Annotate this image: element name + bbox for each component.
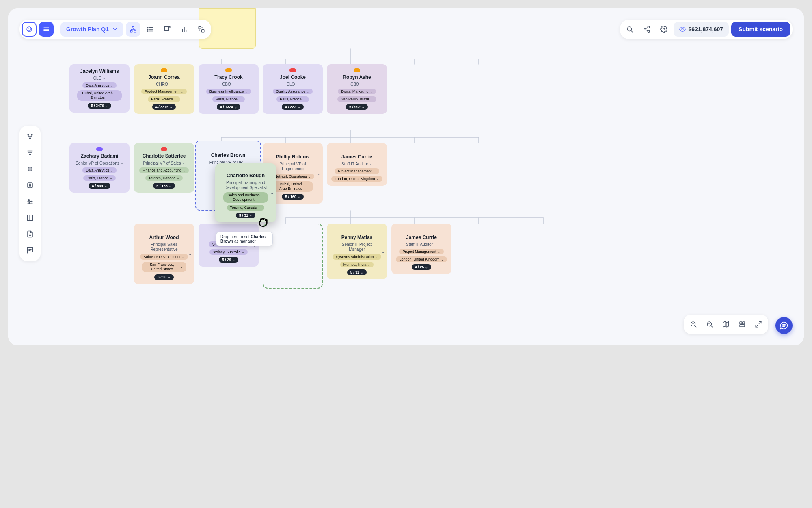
chevron-down-icon[interactable]: ⌄ [188,252,192,256]
dept-pill[interactable]: Digital Marketing⌄ [338,89,376,94]
count-pill[interactable]: 4 / 882⌄ [282,104,304,110]
card-name: Arthur Wood [149,234,179,240]
fit-button[interactable] [735,317,749,332]
location-pill[interactable]: Toronto, Canada⌄ [145,175,183,181]
org-chart-view-button[interactable] [126,22,140,37]
dept-pill[interactable]: Product Management⌄ [141,89,187,94]
submit-scenario-button[interactable]: Submit scenario [731,22,790,37]
dept-pill[interactable]: Network Operations⌄ [271,174,314,179]
org-card[interactable]: Joel Cooke CLO⌄ Quality Assurance⌄ Paris… [263,64,323,114]
org-card[interactable]: Zachary Badami Senior VP of Operations⌄ … [69,143,130,193]
count-pill[interactable]: 5 / 3479⌄ [88,103,112,109]
fullscreen-button[interactable] [751,317,766,332]
toolbar-divider [57,25,57,34]
cost-display: $621,874,607 [674,22,729,37]
logo-icon[interactable] [22,22,37,37]
chevron-down-icon[interactable]: ⌄ [317,171,320,176]
location-pill[interactable]: San Francisco, United States⌄ [142,262,186,272]
comment-tool-button[interactable] [23,243,37,258]
chevron-down-icon[interactable]: ⌄ [381,249,384,254]
org-card[interactable]: ⌄ Penny Matias Senior IT Project Manager… [327,224,387,279]
count-pill[interactable]: 5 / 29⌄ [219,257,239,263]
card-title: Principal VP of Engineering [272,162,313,172]
scenario-selector[interactable]: Growth Plan Q1 [60,22,123,37]
map-button[interactable] [719,317,733,332]
settings-button[interactable] [657,22,671,37]
dept-pill[interactable]: Project Management⌄ [335,168,379,174]
org-card[interactable]: Robyn Ashe CBO⌄ Digital Marketing⌄ Sao P… [327,64,387,114]
count-pill[interactable]: 6 / 38⌄ [154,274,174,280]
location-pill[interactable]: London, United Kingdom⌄ [331,176,382,182]
card-title: CBO⌄ [222,82,235,87]
count-pill[interactable]: 5 / 160⌄ [282,194,304,200]
location-pill[interactable]: Paris, France⌄ [212,96,245,102]
search-button[interactable] [622,22,637,37]
dept-pill[interactable]: Quality Assurance⌄ [273,89,313,94]
dragging-card[interactable]: ⌄ Charlotte Bough Principal Training and… [215,163,276,222]
org-card[interactable]: James Currie Staff IT Auditor⌄ Project M… [391,224,451,274]
org-card[interactable]: Charlotte Satterlee Principal VP of Sale… [134,143,194,193]
location-pill[interactable]: Paris, France⌄ [83,175,116,181]
dept-pill[interactable]: Data Analytics⌄ [82,167,116,173]
dept-pill[interactable]: Systems Administration⌄ [333,254,381,260]
zoom-in-button[interactable] [686,317,701,332]
count-pill[interactable]: 5 / 32⌄ [347,269,367,275]
location-pill[interactable]: Mumbai, India⌄ [340,262,374,267]
card-title: Senior IT Project Manager [337,242,377,252]
org-card[interactable]: Jacelyn Williams CLO⌄ Data Analytics⌄ Du… [69,64,130,113]
compare-view-button[interactable] [194,22,209,37]
count-pill[interactable]: 5 / 165⌄ [153,183,175,189]
layout-tool-button[interactable] [23,211,37,225]
svg-point-71 [31,201,32,202]
org-card[interactable]: Joann Correa CHRO⌄ Product Management⌄ P… [134,64,194,114]
dept-pill[interactable]: Sales and Business Development⌄ [223,192,268,203]
delete-badge-icon [289,68,296,72]
svg-point-49 [682,28,683,30]
count-pill[interactable]: 4 / 1324⌄ [217,104,241,110]
card-name: Joel Cooke [280,74,306,80]
sliders-tool-button[interactable] [23,194,37,209]
chat-fab-button[interactable] [775,317,793,334]
analytics-view-button[interactable] [177,22,192,37]
org-chart-canvas[interactable]: Jacelyn Williams CLO⌄ Data Analytics⌄ Du… [8,8,804,345]
svg-line-91 [759,321,761,323]
highlight-tool-button[interactable] [23,162,37,176]
count-pill[interactable]: 5 / 31⌄ [236,213,256,218]
org-card[interactable]: Tracy Crook CBO⌄ Business Intelligence⌄ … [199,64,259,114]
dept-pill[interactable]: Project Management⌄ [399,249,443,254]
card-name: Charles Brown [211,152,246,158]
export-tool-button[interactable] [23,227,37,241]
location-pill[interactable]: Sao Paulo, Brazil⌄ [337,96,376,102]
sparkle-view-button[interactable] [160,22,175,37]
org-card[interactable]: ⌄ Arthur Wood Principal Sales Representa… [134,224,194,284]
count-pill[interactable]: 4 / 25⌄ [412,264,432,270]
location-pill[interactable]: Dubai, United Arab Emirates⌄ [77,90,122,101]
card-name: Zachary Badami [81,153,119,159]
dept-pill[interactable]: Business Intelligence⌄ [206,89,251,94]
dept-pill[interactable]: Finance and Accounting⌄ [139,167,189,173]
location-pill[interactable]: Paris, France⌄ [148,96,180,102]
count-pill[interactable]: 4 / 3316⌄ [152,104,176,110]
chat-icon [780,321,788,330]
location-pill[interactable]: Dubai, United Arab Emirates⌄ [272,181,313,192]
count-pill[interactable]: 4 / 839⌄ [89,183,110,189]
share-button[interactable] [639,22,654,37]
profile-tool-button[interactable] [23,178,37,193]
location-pill[interactable]: Toronto, Canada⌄ [227,205,265,211]
svg-rect-89 [743,322,745,324]
dept-pill[interactable]: Software Development⌄ [140,254,188,260]
zoom-out-button[interactable] [702,317,717,332]
chevron-down-icon[interactable]: ⌄ [270,191,274,195]
location-pill[interactable]: Paris, France⌄ [276,96,309,102]
cost-value: $621,874,607 [688,26,723,33]
list-view-button[interactable] [143,22,158,37]
location-pill[interactable]: London, United Kingdom⌄ [396,256,447,262]
count-pill[interactable]: 6 / 992⌄ [346,104,368,110]
menu-button[interactable] [39,22,54,37]
branch-tool-button[interactable] [23,129,37,144]
card-title: Staff IT Auditor⌄ [406,242,437,247]
org-card[interactable]: James Currie Staff IT Auditor⌄ Project M… [327,143,387,186]
location-pill[interactable]: Sydney, Australia⌄ [209,249,248,255]
dept-pill[interactable]: Data Analytics⌄ [82,82,116,88]
filter-tool-button[interactable] [23,145,37,160]
